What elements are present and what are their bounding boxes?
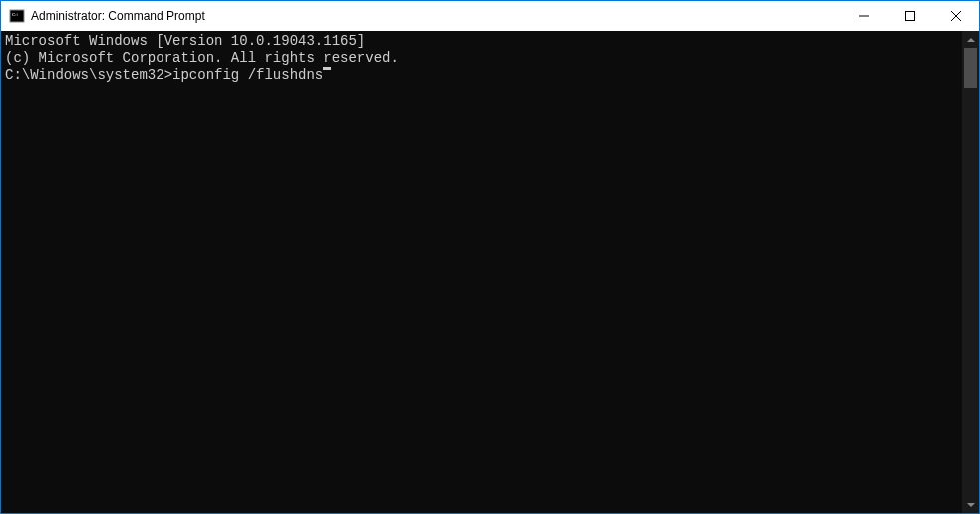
window-title: Administrator: Command Prompt	[31, 9, 841, 23]
output-line: (c) Microsoft Corporation. All rights re…	[5, 50, 962, 67]
scroll-up-arrow[interactable]	[962, 31, 979, 48]
svg-marker-6	[967, 38, 975, 42]
minimize-button[interactable]	[841, 1, 887, 31]
window-controls	[841, 1, 979, 31]
prompt-path: C:\Windows\system32>	[5, 67, 172, 84]
typed-command: ipconfig /flushdns	[172, 67, 323, 84]
terminal-output[interactable]: Microsoft Windows [Version 10.0.19043.11…	[1, 31, 962, 513]
scroll-track[interactable]	[962, 48, 979, 496]
vertical-scrollbar[interactable]	[962, 31, 979, 513]
command-prompt-window: C:\ Administrator: Command Prompt Micros…	[0, 0, 980, 514]
scroll-thumb[interactable]	[964, 48, 977, 88]
maximize-button[interactable]	[887, 1, 933, 31]
svg-rect-3	[906, 12, 915, 21]
output-line: Microsoft Windows [Version 10.0.19043.11…	[5, 33, 962, 50]
cursor	[323, 67, 331, 70]
close-button[interactable]	[933, 1, 979, 31]
cmd-icon: C:\	[9, 8, 25, 24]
svg-text:C:\: C:\	[12, 12, 19, 17]
prompt-line: C:\Windows\system32>ipconfig /flushdns	[5, 67, 962, 84]
svg-marker-7	[967, 503, 975, 507]
titlebar[interactable]: C:\ Administrator: Command Prompt	[1, 1, 979, 31]
scroll-down-arrow[interactable]	[962, 496, 979, 513]
terminal-area: Microsoft Windows [Version 10.0.19043.11…	[1, 31, 979, 513]
